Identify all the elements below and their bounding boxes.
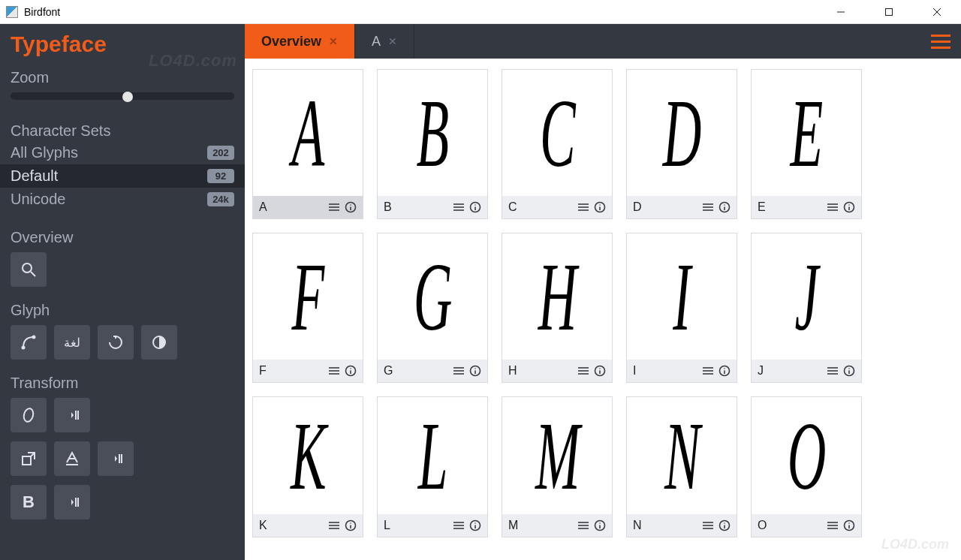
glyph-bar: A [253,196,363,218]
tab-label: Overview [261,34,321,50]
glyph-card-l[interactable]: LL [377,396,488,537]
glyph-info-icon[interactable] [718,365,731,377]
glyph-card-o[interactable]: OO [751,396,862,537]
svg-point-4 [23,263,32,272]
glyph-menu-icon[interactable] [827,366,839,376]
glyph-info-icon[interactable] [594,519,606,531]
glyph-menu-icon[interactable] [577,520,589,531]
glyph-curve-button[interactable] [11,325,47,360]
glyph-card-n[interactable]: NN [626,396,737,537]
glyph-bar: K [253,514,363,537]
overview-label: Overview [0,227,245,248]
charset-label: All Glyphs [11,144,78,161]
glyph-rotate-button[interactable] [98,325,134,360]
glyph-grid-scroll[interactable]: AABBCCDDEEFFGGHHIIJJKKLLMMNNOO [245,59,961,560]
glyph-menu-icon[interactable] [702,366,714,376]
zoom-slider-thumb[interactable] [122,92,133,102]
transform-flip2-button[interactable] [98,441,134,476]
glyph-info-icon[interactable] [594,201,606,213]
glyph-card-m[interactable]: MM [502,396,613,537]
tab-close-icon[interactable]: ✕ [388,35,397,47]
glyph-bar: I [627,360,737,382]
glyph-menu-icon[interactable] [328,520,340,531]
tab-glyph-a[interactable]: A ✕ [355,24,414,59]
glyph-info-icon[interactable] [843,201,855,213]
transform-flip-button[interactable] [54,398,90,432]
glyph-card-g[interactable]: GG [377,233,488,383]
window-close-button[interactable] [922,2,952,23]
glyph-info-icon[interactable] [469,365,481,377]
glyph-menu-icon[interactable] [453,366,465,376]
glyph-info-icon[interactable] [843,519,855,531]
glyph-menu-icon[interactable] [577,366,589,376]
glyph-info-icon[interactable] [469,519,481,531]
tab-overview[interactable]: Overview ✕ [245,24,355,59]
glyph-card-h[interactable]: HH [502,233,613,383]
glyph-menu-icon[interactable] [827,520,839,531]
glyph-info-icon[interactable] [345,201,357,213]
glyph-menu-icon[interactable] [702,202,714,212]
glyph-info-icon[interactable] [718,519,731,531]
glyph-language-button[interactable]: لغة [54,325,90,360]
charset-all-glyphs[interactable]: All Glyphs 202 [0,141,245,164]
glyph-card-k[interactable]: KK [252,396,363,537]
glyph-info-icon[interactable] [843,365,855,377]
charset-unicode[interactable]: Unicode 24k [0,188,245,211]
glyph-info-icon[interactable] [469,201,481,213]
glyph-menu-icon[interactable] [328,202,340,212]
tab-bar: Overview ✕ A ✕ [245,24,961,59]
glyph-card-f[interactable]: FF [252,233,363,383]
zoom-label: Zoom [0,68,245,88]
svg-rect-10 [75,411,77,420]
tab-close-icon[interactable]: ✕ [329,35,338,47]
app-icon [6,6,18,18]
zoom-slider[interactable] [11,92,234,100]
transform-skew-button[interactable] [11,398,47,432]
glyph-card-e[interactable]: EE [751,69,862,219]
main-area: Overview ✕ A ✕ AABBCCDDEEFFGGHHIIJJKKLLM… [245,24,961,560]
glyph-info-icon[interactable] [718,201,731,213]
glyph-card-d[interactable]: DD [626,69,737,219]
transform-flip3-button[interactable] [54,485,90,519]
transform-bold-button[interactable]: B [11,485,47,519]
svg-rect-17 [121,454,122,463]
transform-baseline-button[interactable] [54,441,90,476]
charset-count: 92 [207,169,234,183]
glyph-bar: G [378,360,487,382]
charset-count: 24k [207,192,234,206]
window-minimize-button[interactable] [826,2,856,23]
svg-rect-12 [23,456,31,465]
glyph-info-icon[interactable] [345,519,357,531]
glyph-menu-icon[interactable] [453,202,465,212]
glyph-card-j[interactable]: JJ [751,233,862,383]
menu-button[interactable] [920,24,961,59]
glyph-card-c[interactable]: CC [502,69,613,219]
search-button[interactable] [11,252,47,287]
charset-default[interactable]: Default 92 [0,164,245,188]
watermark-bottom: LO4D.com [881,537,949,552]
glyph-card-i[interactable]: II [626,233,737,383]
glyph-bar: H [502,360,612,382]
sidebar: LO4D.com Typeface Zoom Character Sets Al… [0,24,245,560]
glyph-preview: H [502,233,612,360]
glyph-card-b[interactable]: BB [377,69,488,219]
glyph-menu-icon[interactable] [702,520,714,531]
transform-resize-button[interactable] [11,441,47,476]
svg-rect-19 [77,498,79,507]
glyph-card-a[interactable]: AA [252,69,363,219]
glyph-label: M [508,519,573,532]
glyph-info-icon[interactable] [594,365,606,377]
glyph-preview: A [253,70,363,196]
glyph-label: C [508,200,573,214]
glyph-menu-icon[interactable] [827,202,839,212]
glyph-contrast-button[interactable] [141,325,177,360]
glyph-label: K [259,519,324,532]
glyph-info-icon[interactable] [345,365,357,377]
window-maximize-button[interactable] [874,2,904,23]
glyph-menu-icon[interactable] [328,366,340,376]
glyph-preview: M [502,397,612,514]
glyph-bar: N [627,514,737,537]
glyph-menu-icon[interactable] [453,520,465,531]
glyph-label: L [384,519,448,532]
glyph-menu-icon[interactable] [577,202,589,212]
